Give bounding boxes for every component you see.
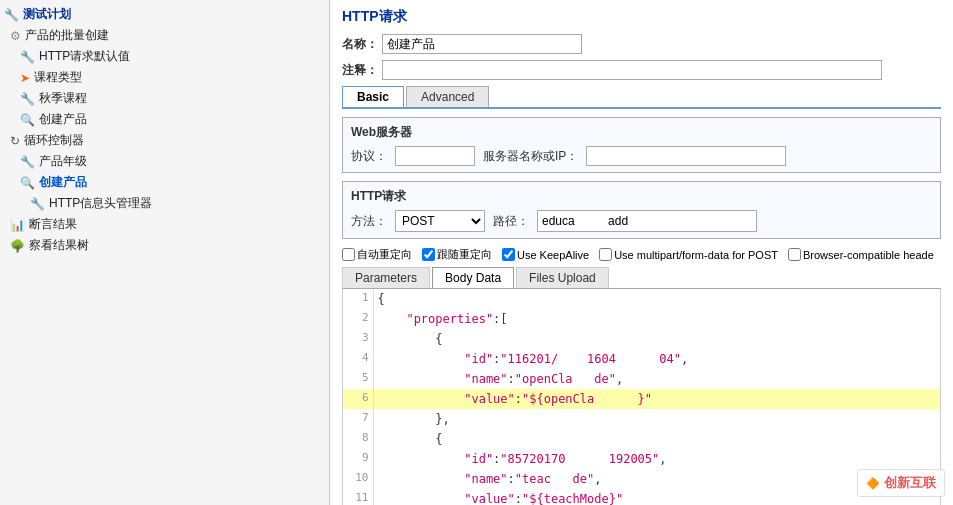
line-content: }, — [373, 409, 940, 429]
sidebar-item-loop-ctrl[interactable]: ↻循环控制器 — [0, 130, 329, 151]
loop-icon: ↻ — [10, 134, 20, 148]
watermark: 🔶 创新互联 — [857, 469, 945, 497]
keepalive-input[interactable] — [502, 248, 515, 261]
code-area: 1{2 "properties":[3 {4 "id":"116201/ 160… — [342, 289, 941, 505]
sidebar-item-label: HTTP请求默认值 — [39, 48, 130, 65]
code-line-10: 10 "name":"teac de", — [343, 469, 940, 489]
sidebar-item-label: 创建产品 — [39, 111, 87, 128]
line-number: 1 — [343, 289, 373, 309]
follow-redirect-checkbox[interactable]: 跟随重定向 — [422, 247, 492, 262]
line-number: 4 — [343, 349, 373, 369]
tab-advanced[interactable]: Advanced — [406, 86, 489, 107]
search-icon: 🔍 — [20, 176, 35, 190]
http-request-section: HTTP请求 方法： POST GET PUT DELETE 路径： — [342, 181, 941, 239]
code-line-1: 1{ — [343, 289, 940, 309]
code-line-11: 11 "value":"${teachMode}" — [343, 489, 940, 505]
browser-compat-checkbox[interactable]: Browser-compatible heade — [788, 248, 934, 261]
line-number: 10 — [343, 469, 373, 489]
sidebar: 🔧 测试计划 ⚙产品的批量创建🔧HTTP请求默认值➤课程类型🔧秋季课程🔍创建产品… — [0, 0, 330, 505]
sidebar-item-label: 产品的批量创建 — [25, 27, 109, 44]
name-input[interactable] — [382, 34, 582, 54]
line-number: 7 — [343, 409, 373, 429]
tab-files-upload[interactable]: Files Upload — [516, 267, 609, 288]
follow-redirect-input[interactable] — [422, 248, 435, 261]
wrench-icon: 🔧 — [30, 197, 45, 211]
multipart-label: Use multipart/form-data for POST — [614, 249, 778, 261]
line-content: "id":"116201/ 1604 04", — [373, 349, 940, 369]
sidebar-item-label: 察看结果树 — [29, 237, 89, 254]
sidebar-item-assertion-result[interactable]: 📊断言结果 — [0, 214, 329, 235]
sidebar-item-view-results-tree[interactable]: 🌳察看结果树 — [0, 235, 329, 256]
line-content: { — [373, 429, 940, 449]
keepalive-label: Use KeepAlive — [517, 249, 589, 261]
gear-icon: ⚙ — [10, 29, 21, 43]
chart-icon: 📊 — [10, 218, 25, 232]
sidebar-item-http-header-mgr[interactable]: 🔧HTTP信息头管理器 — [0, 193, 329, 214]
keepalive-checkbox[interactable]: Use KeepAlive — [502, 248, 589, 261]
line-number: 5 — [343, 369, 373, 389]
main-tabs-bar: Basic Advanced — [342, 86, 941, 109]
auto-redirect-label: 自动重定向 — [357, 247, 412, 262]
sidebar-item-label: 课程类型 — [34, 69, 82, 86]
sidebar-item-product-grade[interactable]: 🔧产品年级 — [0, 151, 329, 172]
sidebar-item-create-product[interactable]: 🔍创建产品 — [0, 109, 329, 130]
main-panel: HTTP请求 名称： 注释： Basic Advanced Web服务器 协议：… — [330, 0, 953, 505]
tab-parameters[interactable]: Parameters — [342, 267, 430, 288]
line-content: { — [373, 329, 940, 349]
tab-body-data[interactable]: Body Data — [432, 267, 514, 288]
browser-compat-input[interactable] — [788, 248, 801, 261]
auto-redirect-input[interactable] — [342, 248, 355, 261]
watermark-logo: 创新互联 — [884, 474, 936, 492]
method-select[interactable]: POST GET PUT DELETE — [395, 210, 485, 232]
sidebar-item-label: 断言结果 — [29, 216, 77, 233]
line-number: 3 — [343, 329, 373, 349]
follow-redirect-label: 跟随重定向 — [437, 247, 492, 262]
server-input[interactable] — [586, 146, 786, 166]
server-label: 服务器名称或IP： — [483, 148, 578, 165]
watermark-icon: 🔶 — [866, 477, 880, 490]
sub-tabs-bar: Parameters Body Data Files Upload — [342, 267, 941, 289]
line-number: 11 — [343, 489, 373, 505]
test-plan-icon: 🔧 — [4, 8, 19, 22]
web-server-title: Web服务器 — [351, 124, 932, 141]
line-content: "id":"85720170 192005", — [373, 449, 940, 469]
sidebar-item-label: 循环控制器 — [24, 132, 84, 149]
web-server-section: Web服务器 协议： 服务器名称或IP： — [342, 117, 941, 173]
multipart-input[interactable] — [599, 248, 612, 261]
sidebar-item-create-product2[interactable]: 🔍创建产品 — [0, 172, 329, 193]
http-request-title: HTTP请求 — [351, 188, 932, 205]
code-line-8: 8 { — [343, 429, 940, 449]
panel-title: HTTP请求 — [342, 8, 941, 26]
line-content: "properties":[ — [373, 309, 940, 329]
sidebar-title: 🔧 测试计划 — [0, 4, 329, 25]
code-line-6: 6 "value":"${openCla }" — [343, 389, 940, 409]
path-label: 路径： — [493, 213, 529, 230]
tree-icon: 🌳 — [10, 239, 25, 253]
multipart-checkbox[interactable]: Use multipart/form-data for POST — [599, 248, 778, 261]
protocol-input[interactable] — [395, 146, 475, 166]
auto-redirect-checkbox[interactable]: 自动重定向 — [342, 247, 412, 262]
sidebar-item-label: 产品年级 — [39, 153, 87, 170]
line-number: 6 — [343, 389, 373, 409]
code-line-7: 7 }, — [343, 409, 940, 429]
http-request-row: 方法： POST GET PUT DELETE 路径： — [351, 210, 932, 232]
code-line-9: 9 "id":"85720170 192005", — [343, 449, 940, 469]
code-line-2: 2 "properties":[ — [343, 309, 940, 329]
comment-input[interactable] — [382, 60, 882, 80]
code-line-4: 4 "id":"116201/ 1604 04", — [343, 349, 940, 369]
line-content: "value":"${openCla }" — [373, 389, 940, 409]
sidebar-item-http-defaults[interactable]: 🔧HTTP请求默认值 — [0, 46, 329, 67]
tab-basic[interactable]: Basic — [342, 86, 404, 107]
line-content: "name":"teac de", — [373, 469, 940, 489]
code-line-3: 3 { — [343, 329, 940, 349]
sidebar-item-batch-create[interactable]: ⚙产品的批量创建 — [0, 25, 329, 46]
sidebar-item-label: HTTP信息头管理器 — [49, 195, 152, 212]
wrench-icon: 🔧 — [20, 92, 35, 106]
path-input[interactable] — [537, 210, 757, 232]
sidebar-item-autumn-course[interactable]: 🔧秋季课程 — [0, 88, 329, 109]
code-line-5: 5 "name":"openCla de", — [343, 369, 940, 389]
line-content: "name":"openCla de", — [373, 369, 940, 389]
code-table: 1{2 "properties":[3 {4 "id":"116201/ 160… — [343, 289, 940, 505]
protocol-label: 协议： — [351, 148, 387, 165]
sidebar-item-course-type[interactable]: ➤课程类型 — [0, 67, 329, 88]
